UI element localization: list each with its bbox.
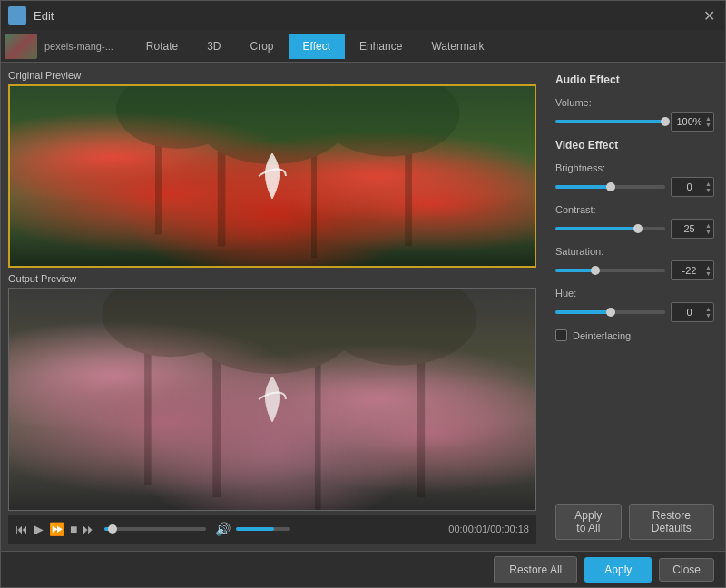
- tab-crop[interactable]: Crop: [236, 34, 289, 59]
- preview-area: Original Preview: [1, 63, 544, 551]
- volume-row: Volume: 100% ▲ ▼: [555, 97, 714, 132]
- video-effect-title: Video Effect: [555, 139, 714, 152]
- fast-forward-button[interactable]: ⏩: [49, 522, 64, 536]
- contrast-arrows: ▲ ▼: [705, 220, 711, 238]
- contrast-label: Contrast:: [555, 204, 714, 215]
- progress-bar[interactable]: [104, 527, 206, 531]
- brightness-label: Brightness:: [555, 162, 714, 173]
- saturation-slider-thumb: [591, 266, 600, 275]
- saturation-down-arrow[interactable]: ▼: [705, 270, 711, 277]
- stop-button[interactable]: ■: [70, 522, 77, 536]
- edit-window: Edit ✕ pexels-mang-... Rotate 3D Crop Ef…: [0, 0, 726, 588]
- hue-value: 0: [673, 307, 705, 318]
- original-preview-label: Original Preview: [8, 70, 536, 81]
- volume-slider-track[interactable]: [555, 120, 665, 123]
- brightness-value-input[interactable]: 0 ▲ ▼: [671, 177, 714, 197]
- window-title: Edit: [34, 9, 700, 23]
- contrast-row: Contrast: 25 ▲ ▼: [555, 204, 714, 239]
- brightness-control: 0 ▲ ▼: [555, 177, 714, 197]
- contrast-up-arrow[interactable]: ▲: [705, 222, 711, 229]
- close-window-button[interactable]: ✕: [700, 6, 718, 24]
- hue-value-input[interactable]: 0 ▲ ▼: [671, 302, 714, 322]
- footer-bar: Restore All Apply Close: [1, 551, 725, 587]
- saturation-label: Saturation:: [555, 246, 714, 257]
- title-bar: Edit ✕: [1, 1, 725, 30]
- hue-down-arrow[interactable]: ▼: [705, 312, 711, 318]
- svg-point-13: [323, 289, 476, 366]
- tab-bar: pexels-mang-... Rotate 3D Crop Effect En…: [1, 30, 725, 63]
- volume-value-input[interactable]: 100% ▲ ▼: [671, 112, 714, 132]
- tab-rotate[interactable]: Rotate: [132, 34, 192, 59]
- restore-defaults-button[interactable]: Restore Defaults: [629, 504, 714, 540]
- contrast-slider-track[interactable]: [555, 227, 665, 230]
- skip-forward-button[interactable]: ⏭: [83, 522, 95, 536]
- restore-all-button[interactable]: Restore All: [494, 556, 577, 583]
- play-button[interactable]: ▶: [34, 522, 44, 536]
- hue-up-arrow[interactable]: ▲: [705, 306, 711, 312]
- contrast-control: 25 ▲ ▼: [555, 219, 714, 239]
- settings-panel: Audio Effect Volume: 100% ▲ ▼: [544, 63, 725, 551]
- brightness-arrows: ▲ ▼: [705, 178, 711, 196]
- brightness-row: Brightness: 0 ▲ ▼: [555, 162, 714, 197]
- saturation-arrows: ▲ ▼: [705, 261, 711, 279]
- tab-3d[interactable]: 3D: [192, 34, 235, 59]
- deinterlacing-label: Deinterlacing: [573, 330, 631, 341]
- tab-watermark[interactable]: Watermark: [417, 34, 498, 59]
- hue-arrows: ▲ ▼: [705, 303, 711, 321]
- brightness-slider-fill: [555, 185, 611, 189]
- original-preview-cursor: [254, 149, 290, 203]
- output-preview-label: Output Preview: [8, 273, 536, 284]
- file-thumbnail: [5, 34, 37, 59]
- previews-container: Original Preview: [8, 70, 536, 514]
- volume-down-arrow[interactable]: ▼: [705, 122, 711, 128]
- hue-slider-track[interactable]: [555, 310, 665, 314]
- output-preview-image: [9, 289, 535, 510]
- skip-back-button[interactable]: ⏮: [15, 522, 28, 536]
- close-dialog-button[interactable]: Close: [659, 558, 714, 582]
- original-preview-wrapper: Original Preview: [8, 70, 536, 271]
- volume-slider-fill: [555, 120, 665, 123]
- saturation-slider-fill: [555, 269, 595, 272]
- app-icon: [8, 6, 26, 24]
- volume-arrows: ▲ ▼: [705, 113, 711, 131]
- deinterlacing-row: Deinterlacing: [555, 329, 714, 341]
- contrast-value-input[interactable]: 25 ▲ ▼: [671, 219, 714, 239]
- volume-value: 100%: [673, 116, 705, 127]
- deinterlacing-checkbox[interactable]: [555, 329, 567, 341]
- volume-up-arrow[interactable]: ▲: [705, 115, 711, 122]
- brightness-up-arrow[interactable]: ▲: [705, 181, 711, 187]
- volume-control: 100% ▲ ▼: [555, 112, 714, 132]
- audio-effect-title: Audio Effect: [555, 74, 714, 86]
- saturation-control: -22 ▲ ▼: [555, 260, 714, 280]
- file-name: pexels-mang-...: [44, 41, 113, 52]
- contrast-slider-thumb: [633, 224, 643, 233]
- video-controls: ⏮ ▶ ⏩ ■ ⏭ 🔊 00:00:01/00:00:18: [8, 514, 536, 544]
- apply-to-all-button[interactable]: Apply to All: [555, 504, 622, 540]
- brightness-slider-track[interactable]: [555, 185, 665, 189]
- time-display: 00:00:01/00:00:18: [448, 524, 529, 534]
- hue-slider-thumb: [606, 308, 615, 317]
- saturation-slider-track[interactable]: [555, 269, 665, 272]
- saturation-value-input[interactable]: -22 ▲ ▼: [671, 260, 714, 280]
- hue-slider-fill: [555, 310, 611, 314]
- tab-enhance[interactable]: Enhance: [345, 34, 417, 59]
- volume-fill: [236, 527, 274, 531]
- tab-effect[interactable]: Effect: [289, 34, 345, 59]
- svg-point-6: [319, 86, 460, 156]
- hue-label: Hue:: [555, 288, 714, 299]
- output-preview-cursor: [254, 372, 290, 426]
- brightness-slider-thumb: [606, 182, 615, 191]
- output-preview-box: [8, 288, 536, 511]
- saturation-row: Saturation: -22 ▲ ▼: [555, 246, 714, 280]
- apply-button[interactable]: Apply: [584, 557, 652, 583]
- contrast-value: 25: [673, 223, 705, 234]
- output-preview-wrapper: Output Preview: [8, 273, 536, 514]
- brightness-down-arrow[interactable]: ▼: [705, 187, 711, 193]
- original-preview-image: [10, 86, 535, 266]
- volume-bar[interactable]: [236, 527, 290, 531]
- secondary-buttons: Apply to All Restore Defaults: [555, 504, 714, 540]
- saturation-up-arrow[interactable]: ▲: [705, 264, 711, 270]
- volume-slider-thumb: [661, 117, 670, 126]
- main-content: Original Preview: [1, 63, 725, 551]
- contrast-down-arrow[interactable]: ▼: [705, 229, 711, 235]
